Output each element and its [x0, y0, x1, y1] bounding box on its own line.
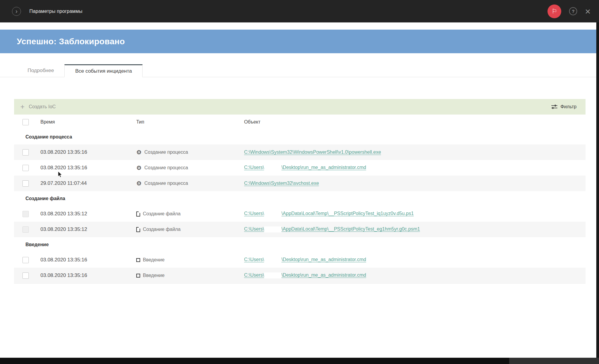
table-row: 03.08.2020 13:35:12 Создание файла C:\Us…: [14, 222, 586, 237]
object-link[interactable]: C:\Windows\System32\svchost.exe: [244, 181, 319, 186]
tab-bar: Подробнее Все события инцидента: [0, 64, 596, 77]
table-header-row: Время Тип Объект: [14, 115, 586, 130]
help-button[interactable]: ?: [569, 7, 577, 15]
row-checkbox[interactable]: [22, 272, 29, 279]
filter-button[interactable]: Фильтр: [551, 104, 577, 109]
title-bar: › Параметры программы ⚐ ? ×: [0, 0, 599, 22]
gear-icon: ⚙: [136, 180, 142, 186]
event-type: Создание файла: [143, 227, 181, 232]
column-header-type: Тип: [136, 119, 144, 125]
event-type: Создание процесса: [144, 150, 188, 155]
filter-label: Фильтр: [560, 104, 577, 109]
flag-icon: ⚐: [552, 8, 557, 15]
table-row: 03.08.2020 13:35:16 ⚙ Создание процесса …: [14, 160, 586, 176]
event-time: 03.08.2020 13:35:16: [40, 272, 87, 278]
row-checkbox[interactable]: [22, 180, 29, 187]
table-row: 03.08.2020 13:35:16 Введение C:\Users\\D…: [14, 252, 586, 268]
object-link[interactable]: C:\Users\\Desktop\run_me_as_administrato…: [244, 165, 366, 170]
event-time: 03.08.2020 13:35:16: [40, 165, 87, 170]
bottom-bar-segment: [509, 358, 599, 364]
redacted-username: [264, 272, 282, 278]
close-icon: ×: [585, 6, 591, 17]
redacted-username: [264, 211, 282, 217]
titlebar-actions: ⚐ ? ×: [547, 4, 599, 18]
object-link[interactable]: C:\Users\\AppData\Local\Temp\__PSScriptP…: [244, 211, 414, 216]
tab-all-incident-events[interactable]: Все события инцидента: [64, 64, 143, 77]
events-table: + Создать IoC Фильтр Время Тип Объект Со…: [14, 99, 586, 284]
help-icon: ?: [572, 9, 574, 14]
plus-icon: +: [20, 103, 25, 110]
table-toolbar: + Создать IoC Фильтр: [14, 99, 586, 115]
table-row: 29.07.2020 11:07:44 ⚙ Создание процесса …: [14, 176, 586, 191]
object-link[interactable]: C:\Users\\AppData\Local\Temp\__PSScriptP…: [244, 226, 420, 232]
event-type: Введение: [143, 273, 164, 278]
redacted-username: [264, 165, 282, 171]
event-type: Создание файла: [143, 211, 181, 217]
redacted-username: [264, 226, 282, 232]
object-link[interactable]: C:\Users\\Desktop\run_me_as_administrato…: [244, 257, 366, 262]
event-time: 03.08.2020 13:35:12: [40, 226, 87, 232]
column-header-time: Время: [40, 119, 55, 124]
create-ioc-button[interactable]: + Создать IoC: [20, 103, 56, 110]
table-row: 03.08.2020 13:35:12 Создание файла C:\Us…: [14, 206, 586, 222]
square-icon: [136, 258, 140, 262]
app-window: › Параметры программы ⚐ ? × Успешно: Заб…: [0, 0, 599, 364]
event-type: Создание процесса: [144, 165, 188, 170]
gear-icon: ⚙: [136, 149, 142, 155]
right-edge-strip: [596, 22, 599, 364]
event-type: Создание процесса: [144, 181, 188, 186]
object-link[interactable]: C:\Windows\System32\WindowsPowerShell\v1…: [244, 150, 381, 155]
column-header-object: Объект: [244, 119, 260, 124]
group-header-file-creation: Создание файла: [14, 191, 586, 206]
file-icon: [136, 211, 140, 217]
status-banner: Успешно: Заблокировано: [0, 30, 596, 53]
expand-chevron-icon[interactable]: ›: [12, 7, 21, 16]
tab-details[interactable]: Подробнее: [17, 64, 64, 77]
object-link[interactable]: C:\Users\\Desktop\run_me_as_administrato…: [244, 272, 366, 278]
create-ioc-label: Создать IoC: [29, 104, 56, 109]
row-checkbox[interactable]: [22, 165, 29, 171]
table-row: 03.08.2020 13:35:16 ⚙ Создание процесса …: [14, 144, 586, 160]
table-row: 03.08.2020 13:35:16 Введение C:\Users\\D…: [14, 268, 586, 283]
flag-button[interactable]: ⚐: [547, 4, 561, 18]
row-checkbox[interactable]: [22, 149, 29, 156]
select-all-checkbox[interactable]: [22, 119, 29, 125]
file-icon: [136, 227, 140, 232]
event-time: 29.07.2020 11:07:44: [40, 180, 87, 186]
row-checkbox[interactable]: [22, 257, 29, 263]
event-time: 03.08.2020 13:35:12: [40, 211, 87, 217]
gear-icon: ⚙: [136, 165, 142, 171]
event-time: 03.08.2020 13:35:16: [40, 149, 87, 155]
group-header-injection: Введение: [14, 237, 586, 252]
bottom-edge-bar: [0, 358, 599, 364]
redacted-username: [264, 257, 282, 263]
filter-icon: [551, 104, 557, 109]
window-title: Параметры программы: [29, 9, 82, 14]
event-time: 03.08.2020 13:35:16: [40, 257, 87, 263]
square-icon: [136, 274, 140, 278]
row-checkbox: [22, 211, 29, 217]
group-header-process-creation: Создание процесса: [14, 130, 586, 144]
status-banner-text: Успешно: Заблокировано: [17, 37, 125, 46]
row-checkbox: [22, 226, 29, 233]
close-button[interactable]: ×: [585, 7, 591, 16]
event-type: Введение: [143, 257, 164, 263]
